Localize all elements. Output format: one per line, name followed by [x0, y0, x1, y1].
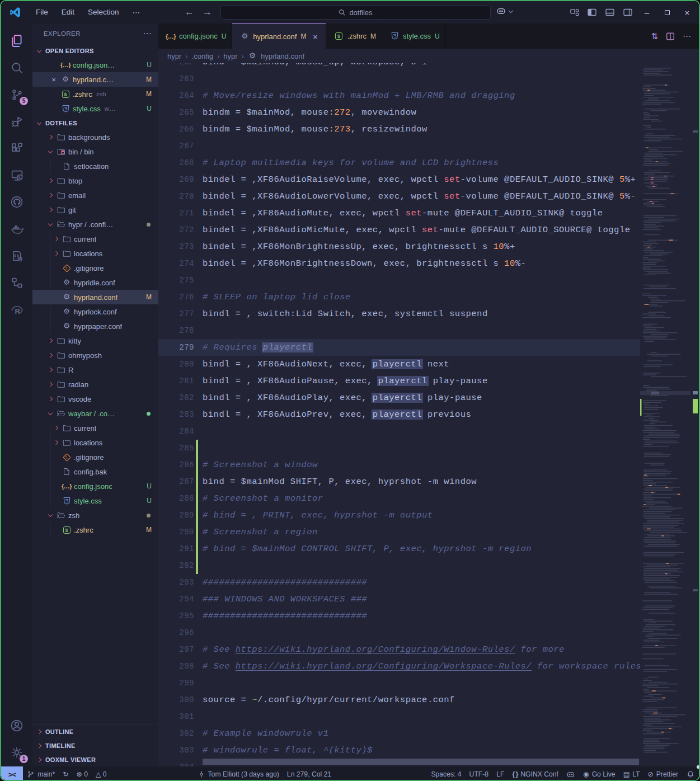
twistie-icon[interactable] [48, 222, 53, 226]
twistie-icon[interactable] [48, 397, 53, 401]
code-line-300[interactable]: 300source = ~/.config/hypr/current/works… [158, 691, 640, 708]
copilot-menu[interactable] [496, 6, 514, 16]
menu-item-[interactable]: ⋯ [126, 8, 147, 17]
twistie-icon[interactable] [48, 368, 53, 372]
compare-changes-icon[interactable]: ⇅ [651, 31, 658, 41]
code-line-302[interactable]: 302# Example windowrule v1 [158, 725, 640, 742]
activity-item-accounts[interactable] [3, 713, 30, 738]
dotfiles-header[interactable]: DOTFILES [32, 116, 158, 130]
code-line-284[interactable]: 284 [158, 423, 640, 440]
status-notifications[interactable] [682, 766, 699, 781]
code-line-288[interactable]: 288# Screenshot a monitor [158, 490, 640, 507]
code-line-287[interactable]: 287bind = $mainMod SHIFT, P, exec, hyprs… [158, 473, 640, 490]
open-editor-item[interactable]: ×⚙hyprland.c…M [32, 72, 158, 87]
tree-item--zshrc[interactable]: $.zshrcM [32, 523, 158, 537]
toggle-primary-sidebar-icon[interactable] [586, 6, 598, 18]
tree-item-backgrounds[interactable]: backgrounds [32, 130, 158, 144]
breadcrumb-file[interactable]: hyprland.conf [261, 52, 304, 60]
status-remote[interactable]: >< [1, 766, 23, 781]
section-timeline[interactable]: TIMELINE [32, 738, 158, 752]
tree-item-email[interactable]: email [32, 188, 158, 203]
customize-layout-icon[interactable] [568, 6, 580, 18]
code-line-298[interactable]: 298# See https://wiki.hyprland.org/Confi… [158, 658, 640, 675]
close-tab-icon[interactable]: × [310, 31, 320, 41]
twistie-icon[interactable] [48, 208, 53, 212]
code-line-290[interactable]: 290# Screenshot a region [158, 524, 640, 540]
tree-item-current[interactable]: current [32, 421, 158, 435]
code-line-285[interactable]: 285 [158, 440, 640, 457]
code-line-279[interactable]: 279# Requires playerctl [158, 339, 640, 356]
tree-item-git[interactable]: git [32, 203, 158, 217]
tree-item-setlocation[interactable]: setlocation [32, 159, 158, 173]
tree-item-radian[interactable]: radian [32, 377, 158, 392]
close-button[interactable]: × [680, 5, 694, 20]
status-language-mode[interactable]: { }NGINX Conf [508, 766, 562, 781]
code-line-283[interactable]: 283bindl = , XF86AudioPrev, exec, player… [158, 406, 640, 423]
status-copilot[interactable] [562, 766, 579, 781]
twistie-icon[interactable] [54, 440, 58, 445]
code-line-286[interactable]: 286# Screenshot a window [158, 457, 640, 473]
tree-item-config-jsonc[interactable]: {…}config.jsoncU [32, 479, 158, 493]
tree-item-zsh[interactable]: zsh [32, 508, 158, 523]
code-line-273[interactable]: 273bindel = ,XF86MonBrightnessUp, exec, … [158, 238, 640, 255]
code-line-293[interactable]: 293############################## [158, 574, 640, 591]
toggle-panel-icon[interactable] [604, 6, 616, 18]
open-editor-item[interactable]: style.cssw…U [32, 101, 158, 116]
twistie-icon[interactable] [48, 382, 53, 387]
code-line-264[interactable]: 264# Move/resize windows with mainMod + … [158, 87, 640, 104]
code-line-263[interactable]: 263 [158, 70, 640, 87]
tree-item-hyprpaper-conf[interactable]: ⚙hyprpaper.conf [32, 319, 158, 333]
tree-item-hypr-confi-[interactable]: hypr / .confi… [32, 217, 158, 232]
tree-item-locations[interactable]: locations [32, 246, 158, 261]
section-ooxml-viewer[interactable]: OOXML VIEWER [32, 752, 158, 766]
tree-item-ohmyposh[interactable]: ohmyposh [32, 348, 158, 363]
status-cursor-position[interactable]: Ln 279, Col 21 [283, 766, 335, 781]
twistie-icon[interactable] [54, 237, 58, 241]
tree-item-vscode[interactable]: vscode [32, 392, 158, 406]
activity-item-search[interactable] [3, 55, 30, 81]
code-line-296[interactable]: 296 [158, 624, 640, 641]
twistie-icon[interactable] [48, 512, 53, 517]
tab--zshrc[interactable]: $.zshrcM [326, 23, 382, 49]
explorer-more-actions-icon[interactable]: ⋯ [143, 29, 152, 39]
status-languagetool[interactable]: ▤LT [619, 766, 644, 781]
code-line-272[interactable]: 272bindel = ,XF86AudioMicMute, exec, wpc… [158, 222, 640, 238]
open-editor-item[interactable]: {…}config.json…U [32, 58, 158, 72]
tree-item-current[interactable]: current [32, 232, 158, 246]
activity-item-extensions[interactable] [3, 135, 30, 161]
twistie-icon[interactable] [48, 411, 53, 415]
maximize-button[interactable] [660, 5, 674, 20]
status-sync[interactable]: ↻ [59, 766, 72, 781]
activity-item-hierarchy[interactable] [3, 270, 30, 295]
minimize-button[interactable]: – [640, 5, 654, 20]
code-line-271[interactable]: 271bindel = ,XF86AudioMute, exec, wpctl … [158, 205, 640, 222]
activity-item-source-control[interactable]: 5 [3, 82, 30, 107]
code-line-276[interactable]: 276# SLEEP on laptop lid close [158, 289, 640, 305]
tree-item-hyprlock-conf[interactable]: ⚙hyprlock.conf [32, 304, 158, 319]
status-indentation[interactable]: Spaces: 4 [427, 766, 465, 781]
twistie-icon[interactable] [48, 178, 53, 183]
code-line-282[interactable]: 282bindl = , XF86AudioPlay, exec, player… [158, 389, 640, 406]
code-line-291[interactable]: 291# bind = $mainMod CONTROL SHIFT, P, e… [158, 540, 640, 557]
code-line-292[interactable]: 292 [158, 557, 640, 574]
activity-item-github[interactable] [3, 189, 30, 215]
split-editor-icon[interactable] [666, 32, 675, 41]
activity-item-remote-explorer[interactable] [3, 162, 30, 188]
open-editors-header[interactable]: OPEN EDITORS [32, 44, 158, 58]
activity-item-docker[interactable] [3, 216, 30, 242]
menu-item-edit[interactable]: Edit [55, 8, 81, 17]
toggle-secondary-sidebar-icon[interactable] [622, 6, 634, 18]
code-line-303[interactable]: 303# windowrule = float, ^(kitty)$ [158, 742, 640, 759]
tree-item-config-bak[interactable]: config.bak [32, 464, 158, 479]
code-line-278[interactable]: 278 [158, 322, 640, 339]
code-line-275[interactable]: 275 [158, 272, 640, 289]
code-editor[interactable]: 262bind = $mainMod, mouse_up, workspace,… [158, 63, 699, 766]
tree-item-btop[interactable]: btop [32, 173, 158, 188]
overview-ruler[interactable] [690, 63, 699, 766]
code-line-297[interactable]: 297# See https://wiki.hyprland.org/Confi… [158, 641, 640, 658]
status-errors[interactable]: ⊗ 0 [73, 766, 92, 781]
twistie-icon[interactable] [54, 251, 58, 256]
open-editor-item[interactable]: $.zshrczshM [32, 87, 158, 101]
code-line-262[interactable]: 262bind = $mainMod, mouse_up, workspace,… [158, 63, 640, 70]
code-line-267[interactable]: 267 [158, 138, 640, 154]
